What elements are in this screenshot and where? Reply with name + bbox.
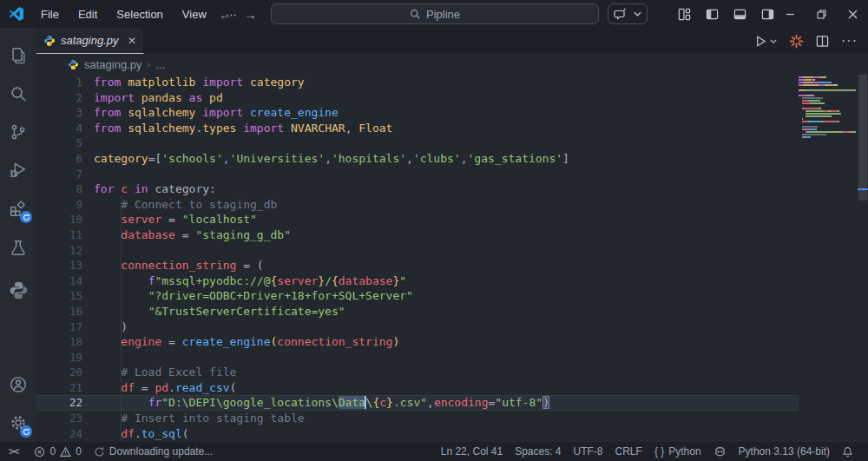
code-token: "utf-8"	[495, 396, 542, 409]
code-token: =	[168, 335, 182, 348]
code-line-2[interactable]: 2import pandas as pd	[36, 90, 799, 106]
code-line-24[interactable]: 24 df.to_sql(	[36, 426, 799, 442]
remote-icon[interactable]: ><	[0, 442, 28, 461]
indent-guide	[121, 258, 122, 273]
indentation[interactable]: Spaces: 4	[509, 442, 567, 461]
testing-flask-icon[interactable]	[0, 227, 36, 269]
extensions-icon[interactable]	[0, 189, 36, 227]
code-token: # Connect to staging_db	[121, 198, 277, 211]
toggle-sidebar-icon[interactable]	[706, 8, 719, 21]
code-token: sqlalchemy	[128, 106, 202, 119]
python-interpreter[interactable]: Python 3.13 (64-bit)	[733, 442, 836, 461]
code-token: ,	[461, 152, 468, 165]
code-line-9[interactable]: 9 # Connect to staging_db	[36, 197, 799, 213]
indent-guide	[121, 365, 122, 380]
notifications-bell[interactable]	[836, 442, 859, 461]
eol-sequence[interactable]: CRLF	[609, 442, 648, 461]
line-number: 1	[36, 75, 82, 90]
code-token: database	[121, 228, 181, 241]
code-line-10[interactable]: 10 server = "localhost"	[36, 212, 799, 227]
code-line-5[interactable]: 5	[36, 135, 799, 151]
menu-edit[interactable]: Edit	[70, 4, 105, 24]
code-line-20[interactable]: 20 # Load Excel file	[36, 365, 799, 380]
line-number: 23	[36, 411, 82, 426]
forward-icon[interactable]: →	[244, 7, 257, 22]
search-icon	[410, 9, 421, 20]
code-line-23[interactable]: 23 # Insert into staging table	[36, 411, 799, 426]
account-icon[interactable]	[0, 366, 36, 404]
minimap[interactable]	[799, 76, 856, 139]
menu-file[interactable]: File	[33, 4, 67, 24]
code-line-8[interactable]: 8for c in category:	[36, 181, 799, 197]
code-token: (	[230, 381, 237, 394]
copilot-status[interactable]	[707, 442, 733, 461]
run-python-button[interactable]	[754, 35, 777, 48]
code-line-18[interactable]: 18 engine = create_engine(connection_str…	[36, 334, 799, 350]
tab-sataging-py[interactable]: sataging.py ✕	[36, 28, 144, 54]
code-line-4[interactable]: 4from sqlalchemy.types import NVARCHAR, …	[36, 121, 799, 136]
problems-indicator[interactable]: 0 0	[28, 442, 87, 461]
split-editor-icon[interactable]	[816, 35, 829, 48]
code-token: =[	[148, 152, 162, 165]
tab-close-icon[interactable]: ✕	[128, 36, 136, 46]
cursor-position[interactable]: Ln 22, Col 41	[435, 442, 509, 461]
code-line-14[interactable]: 14 f"mssql+pyodbc://@{server}/{database}…	[36, 273, 799, 289]
code-line-3[interactable]: 3from sqlalchemy import create_engine	[36, 105, 799, 121]
restore-icon[interactable]	[806, 0, 837, 28]
vertical-scrollbar[interactable]	[858, 75, 868, 442]
code-line-11[interactable]: 11 database = "staging_g_db"	[36, 227, 799, 243]
encoding[interactable]: UTF-8	[568, 442, 609, 461]
copilot-chat-button[interactable]	[608, 3, 648, 24]
code-token: import	[202, 106, 250, 119]
code-token: read_csv	[175, 381, 230, 394]
back-icon[interactable]: ←	[219, 7, 232, 22]
code-area[interactable]: 1from matplotlib import category2import …	[36, 75, 799, 442]
language-mode[interactable]: { } Python	[648, 442, 707, 461]
code-token: .csv"	[393, 396, 427, 409]
code-line-6[interactable]: 6category=['schools','Universities','hos…	[36, 151, 799, 167]
code-line-1[interactable]: 1from matplotlib import category	[36, 75, 799, 90]
extension-spark-icon[interactable]	[789, 34, 804, 49]
indent-guide	[121, 197, 122, 213]
source-control-icon[interactable]	[0, 113, 36, 151]
menu-selection[interactable]: Selection	[108, 4, 170, 24]
code-token: =	[168, 213, 182, 226]
explorer-icon[interactable]	[0, 36, 36, 75]
code-line-21[interactable]: 21 df = pd.read_csv(	[36, 380, 799, 396]
python-icon[interactable]	[0, 269, 36, 311]
code-line-19[interactable]: 19	[36, 350, 799, 366]
editor[interactable]: 1from matplotlib import category2import …	[36, 75, 868, 442]
toggle-panel-icon[interactable]	[733, 8, 746, 21]
settings-gear-icon[interactable]	[0, 404, 36, 442]
menu-view[interactable]: View	[174, 4, 214, 24]
command-center-search[interactable]: Pipline	[271, 3, 599, 24]
line-number: 12	[36, 243, 82, 259]
search-icon[interactable]	[0, 75, 36, 113]
toggle-secondary-sidebar-icon[interactable]	[761, 8, 774, 21]
run-debug-icon[interactable]	[0, 151, 36, 189]
code-token: as	[189, 91, 209, 104]
code-token: (	[182, 427, 189, 440]
line-number: 4	[36, 121, 82, 136]
minimize-icon[interactable]	[774, 0, 806, 28]
update-status[interactable]: Downloading update...	[88, 442, 219, 461]
customize-layout-icon[interactable]	[678, 8, 691, 21]
code-line-16[interactable]: 16 "&TrustServerCertificate=yes"	[36, 304, 799, 319]
close-icon[interactable]	[837, 0, 868, 28]
code-line-13[interactable]: 13 connection_string = (	[36, 258, 799, 273]
code-token: sqlalchemy	[128, 122, 195, 135]
indent-guide	[121, 288, 122, 304]
code-token: database	[339, 274, 393, 287]
code-line-15[interactable]: 15 "?driver=ODBC+Driver+18+for+SQL+Serve…	[36, 288, 799, 304]
code-line-12[interactable]: 12	[36, 243, 799, 259]
code-token: c	[121, 182, 135, 195]
scrollbar-slider[interactable]	[858, 75, 867, 201]
code-line-17[interactable]: 17 )	[36, 319, 799, 335]
code-line-7[interactable]: 7	[36, 167, 799, 182]
breadcrumb-file[interactable]: sataging.py	[84, 58, 142, 71]
code-line-22[interactable]: 22 fr"D:\DEPI\google_locations\Data\{c}.…	[36, 395, 799, 411]
more-actions-icon[interactable]: ···	[841, 33, 858, 49]
line-number: 11	[36, 227, 82, 243]
code-token: "localhost"	[182, 213, 257, 226]
breadcrumb-more[interactable]: ...	[155, 58, 165, 71]
